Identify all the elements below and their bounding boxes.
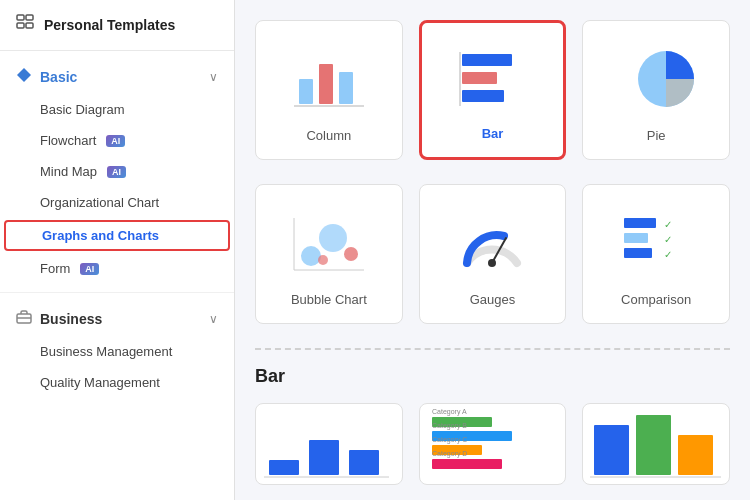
svg-rect-3: [26, 23, 33, 28]
svg-rect-7: [299, 79, 313, 104]
svg-rect-8: [319, 64, 333, 104]
diamond-icon: [16, 67, 32, 86]
gauges-card-label: Gauges: [470, 292, 516, 307]
bubble-card-label: Bubble Chart: [291, 292, 367, 307]
briefcase-icon: [16, 309, 32, 328]
template-card-bubble[interactable]: Bubble Chart: [255, 184, 403, 324]
template-card-pie[interactable]: Pie: [582, 20, 730, 160]
template-card-bar[interactable]: Bar: [419, 20, 567, 160]
svg-rect-11: [462, 54, 512, 66]
bar-template-2[interactable]: Category A Category B Category C Categor…: [419, 403, 567, 485]
svg-rect-0: [17, 15, 24, 20]
bar-templates-grid: Category A Category B Category C Categor…: [255, 403, 730, 485]
bar-template-1[interactable]: [255, 403, 403, 485]
sidebar-item-business-mgmt[interactable]: Business Management: [0, 336, 234, 367]
sidebar-item-quality-mgmt[interactable]: Quality Management: [0, 367, 234, 398]
business-chevron-icon: ∨: [209, 312, 218, 326]
ai-badge: AI: [106, 135, 125, 147]
sidebar-item-flowchart[interactable]: Flowchart AI: [0, 125, 234, 156]
ai-badge: AI: [107, 166, 126, 178]
sidebar-item-label: Mind Map: [40, 164, 97, 179]
svg-rect-25: [624, 233, 648, 243]
sidebar-item-label: Basic Diagram: [40, 102, 125, 117]
svg-rect-26: [624, 248, 652, 258]
sidebar-item-label: Business Management: [40, 344, 172, 359]
sidebar-item-graphs-charts[interactable]: Graphs and Charts: [4, 220, 230, 251]
gauge-icon: [436, 201, 550, 284]
svg-point-17: [319, 224, 347, 252]
pie-chart-icon: [599, 37, 713, 120]
grid-icon: [16, 14, 34, 36]
template-card-gauges[interactable]: Gauges: [419, 184, 567, 324]
sidebar-item-mind-map[interactable]: Mind Map AI: [0, 156, 234, 187]
sidebar-item-form[interactable]: Form AI: [0, 253, 234, 284]
svg-rect-1: [26, 15, 33, 20]
bar-template-3-preview: [583, 404, 729, 484]
bar-template-1-preview: [256, 404, 402, 484]
svg-rect-37: [432, 459, 502, 469]
pie-card-label: Pie: [647, 128, 666, 143]
sidebar-item-label: Quality Management: [40, 375, 160, 390]
svg-point-16: [301, 246, 321, 266]
basic-section-header[interactable]: Basic ∨: [0, 59, 234, 94]
template-card-comparison[interactable]: ✓ ✓ ✓ Comparison: [582, 184, 730, 324]
section-divider: [255, 348, 730, 350]
svg-point-23: [488, 259, 496, 267]
sidebar: Personal Templates Basic ∨ Basic Diagram…: [0, 0, 235, 500]
column-card-label: Column: [306, 128, 351, 143]
sidebar-item-label: Flowchart: [40, 133, 96, 148]
basic-section-label: Basic: [40, 69, 77, 85]
svg-text:Category D: Category D: [432, 450, 467, 458]
svg-rect-9: [339, 72, 353, 104]
top-cards-grid: Column Bar: [255, 20, 730, 160]
svg-point-19: [318, 255, 328, 265]
bar-section-title: Bar: [255, 366, 730, 387]
svg-rect-24: [624, 218, 656, 228]
svg-rect-42: [594, 425, 629, 475]
sidebar-item-label: Graphs and Charts: [42, 228, 159, 243]
basic-section: Basic ∨ Basic Diagram Flowchart AI Mind …: [0, 51, 234, 292]
sidebar-title: Personal Templates: [44, 17, 175, 33]
svg-rect-43: [636, 415, 671, 475]
bar-template-3[interactable]: [582, 403, 730, 485]
svg-text:✓: ✓: [664, 249, 672, 260]
svg-rect-31: [309, 440, 339, 475]
svg-text:Category B: Category B: [432, 422, 467, 430]
svg-rect-2: [17, 23, 24, 28]
bar-card-label: Bar: [482, 126, 504, 141]
bubble-chart-icon: [272, 201, 386, 284]
svg-text:Category C: Category C: [432, 436, 467, 444]
svg-text:✓: ✓: [664, 234, 672, 245]
sidebar-item-org-chart[interactable]: Organizational Chart: [0, 187, 234, 218]
sidebar-item-basic-diagram[interactable]: Basic Diagram: [0, 94, 234, 125]
column-chart-icon: [272, 37, 386, 120]
svg-marker-4: [17, 68, 31, 82]
bar-template-2-preview: Category A Category B Category C Categor…: [420, 404, 566, 484]
middle-cards-grid: Bubble Chart Gauges: [255, 184, 730, 324]
svg-rect-30: [269, 460, 299, 475]
business-section-label: Business: [40, 311, 102, 327]
sidebar-item-label: Form: [40, 261, 70, 276]
business-section: Business ∨ Business Management Quality M…: [0, 292, 234, 406]
svg-rect-32: [349, 450, 379, 475]
svg-rect-12: [462, 72, 497, 84]
svg-point-18: [344, 247, 358, 261]
sidebar-item-label: Organizational Chart: [40, 195, 159, 210]
comparison-card-label: Comparison: [621, 292, 691, 307]
bar-chart-icon: [438, 39, 548, 118]
ai-badge: AI: [80, 263, 99, 275]
svg-text:Category A: Category A: [432, 408, 467, 416]
business-section-header[interactable]: Business ∨: [0, 301, 234, 336]
basic-chevron-icon: ∨: [209, 70, 218, 84]
svg-rect-44: [678, 435, 713, 475]
comparison-chart-icon: ✓ ✓ ✓: [599, 201, 713, 284]
template-card-column[interactable]: Column: [255, 20, 403, 160]
sidebar-header: Personal Templates: [0, 0, 234, 51]
svg-text:✓: ✓: [664, 219, 672, 230]
main-content: Column Bar: [235, 0, 750, 500]
svg-rect-13: [462, 90, 504, 102]
